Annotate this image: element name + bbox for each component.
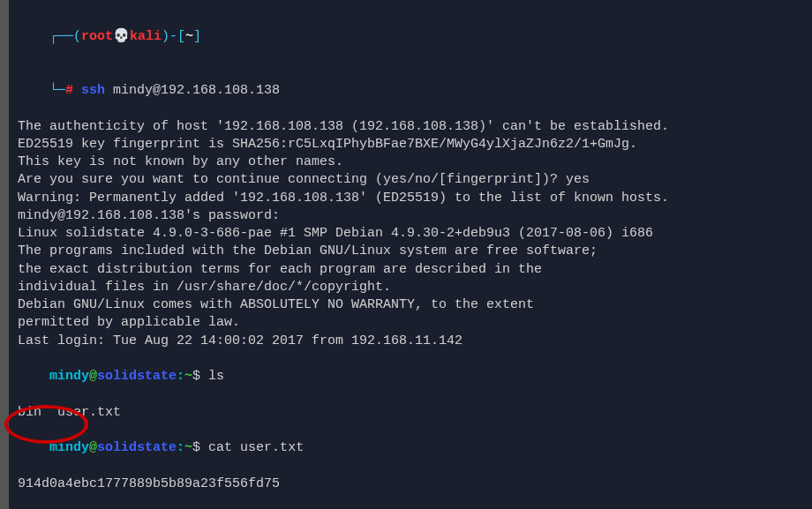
output-line: Warning: Permanently added '192.168.108.… (18, 190, 794, 207)
remote-host: solidstate (97, 440, 177, 455)
box-close: ] (193, 29, 201, 44)
box-drawing: ┌──( (49, 29, 81, 44)
remote-host: solidstate (97, 369, 177, 384)
output-line: mindy@192.168.108.138's password: (18, 207, 794, 225)
output-line: individual files in /usr/share/doc/*/cop… (18, 279, 794, 296)
terminal[interactable]: ┌──(root💀kali)-[~] └─# ssh mindy@192.168… (18, 11, 794, 509)
colon-icon: : (177, 440, 184, 455)
box-drawing: └─ (49, 83, 65, 98)
output-line: Are you sure you want to continue connec… (18, 171, 794, 189)
output-line: The authenticity of host '192.168.108.13… (18, 118, 794, 136)
output-line: The programs included with the Debian GN… (18, 243, 794, 260)
remote-prompt-line: mindy@solidstate:~$ ls (18, 350, 794, 404)
output-line: Linux solidstate 4.9.0-3-686-pae #1 SMP … (18, 225, 794, 243)
remote-user: mindy (49, 369, 89, 384)
cmd-args: mindy@192.168.108.138 (105, 83, 280, 98)
output-line: Debian GNU/Linux comes with ABSOLUTELY N… (18, 296, 794, 314)
output-line: bin user.txt (18, 404, 794, 422)
colon-icon: : (177, 369, 184, 384)
remote-prompt-line: mindy@solidstate:~$ ls bin (18, 493, 794, 509)
output-line: ED25519 key fingerprint is SHA256:rC5Lxq… (18, 136, 794, 153)
remote-cwd: ~ (184, 440, 192, 455)
prompt-cwd: ~ (185, 29, 193, 44)
remote-cwd: ~ (184, 369, 192, 384)
output-line: Last login: Tue Aug 22 14:00:02 2017 fro… (18, 333, 794, 350)
scrollbar[interactable] (0, 0, 9, 509)
dollar-icon: $ (192, 440, 200, 455)
dollar-icon: $ (192, 369, 200, 384)
at-icon: @ (89, 369, 97, 384)
cmd-name: ssh (73, 83, 105, 98)
hash-icon: # (65, 83, 73, 98)
output-line: the exact distribution terms for each pr… (18, 261, 794, 279)
remote-prompt-line: mindy@solidstate:~$ cat user.txt (18, 422, 794, 475)
at-icon: @ (89, 440, 97, 455)
prompt-user: root (81, 29, 113, 44)
box-end: )-[ (162, 29, 185, 44)
output-line: 914d0a4ebc1777889b5b89a23f556fd75 (18, 475, 794, 493)
skull-icon: 💀 (113, 29, 130, 44)
output-line: permitted by applicable law. (18, 314, 794, 332)
remote-cmd: ls (200, 369, 224, 384)
ssh-output-block: The authenticity of host '192.168.108.13… (18, 118, 794, 350)
remote-user: mindy (49, 440, 89, 455)
kali-prompt-line-2: └─# ssh mindy@192.168.108.138 (18, 64, 794, 118)
prompt-host: kali (130, 29, 162, 44)
output-line: This key is not known by any other names… (18, 153, 794, 171)
remote-cmd: cat user.txt (200, 440, 304, 455)
kali-prompt-line-1: ┌──(root💀kali)-[~] (18, 11, 794, 64)
